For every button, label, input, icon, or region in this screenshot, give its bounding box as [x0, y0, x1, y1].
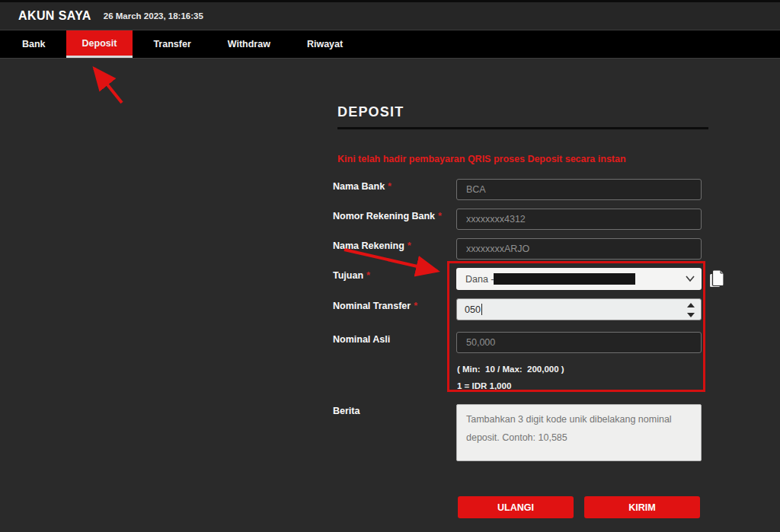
- annotation-arrow-deposit-tab: [84, 61, 131, 108]
- main-nav: Bank Deposit Transfer Withdraw Riwayat: [0, 30, 780, 59]
- tab-bank[interactable]: Bank: [6, 30, 62, 58]
- nominal-transfer-label: Nominal Transfer*: [333, 301, 417, 311]
- page-title: AKUN SAYA: [18, 9, 91, 23]
- nomor-rekening-input[interactable]: [456, 209, 702, 230]
- berita-textarea[interactable]: [456, 404, 702, 461]
- chevron-down-icon: [685, 273, 695, 284]
- tab-transfer[interactable]: Transfer: [137, 30, 206, 58]
- text-cursor: [481, 304, 482, 315]
- deposit-page: AKUN SAYA 26 March 2023, 18:16:35 Bank D…: [0, 0, 780, 532]
- top-bar: AKUN SAYA 26 March 2023, 18:16:35: [0, 0, 780, 30]
- copy-icon[interactable]: [708, 268, 726, 291]
- tab-withdraw[interactable]: Withdraw: [212, 30, 286, 58]
- qris-notice: Kini telah hadir pembayaran QRIS proses …: [337, 154, 626, 164]
- nominal-asli-input[interactable]: [456, 332, 702, 353]
- required-mark: *: [438, 211, 442, 221]
- nama-rekening-label: Nama Rekening*: [333, 241, 411, 251]
- nama-bank-label: Nama Bank*: [333, 181, 392, 192]
- tujuan-select[interactable]: Dana -: [456, 268, 702, 290]
- nominal-asli-label: Nominal Asli: [333, 334, 390, 345]
- ulangi-button[interactable]: ULANGI: [458, 496, 574, 518]
- required-mark: *: [366, 270, 370, 281]
- number-stepper[interactable]: [686, 303, 695, 317]
- nama-bank-input[interactable]: [456, 179, 702, 200]
- tujuan-selected-value: Dana -: [465, 274, 494, 285]
- tab-riwayat[interactable]: Riwayat: [291, 30, 359, 58]
- datetime-display: 26 March 2023, 18:16:35: [104, 11, 203, 21]
- kirim-button[interactable]: KIRIM: [584, 496, 700, 518]
- stepper-down-icon[interactable]: [687, 313, 695, 317]
- stepper-up-icon[interactable]: [687, 303, 695, 307]
- nominal-transfer-value: 050: [465, 304, 481, 315]
- tab-deposit[interactable]: Deposit: [66, 30, 133, 58]
- nomor-rekening-label: Nomor Rekening Bank*: [333, 211, 442, 221]
- nominal-transfer-input[interactable]: 050: [456, 298, 702, 320]
- required-mark: *: [408, 241, 411, 251]
- min-max-hint: ( Min: 10 / Max: 200,000 ): [457, 365, 564, 374]
- tujuan-label: Tujuan*: [333, 270, 370, 281]
- rate-hint: 1 = IDR 1,000: [457, 381, 511, 390]
- nama-rekening-input[interactable]: [456, 238, 702, 260]
- deposit-heading: DEPOSIT: [337, 104, 404, 120]
- heading-underline: [337, 127, 708, 129]
- required-mark: *: [414, 301, 417, 311]
- redaction-bar: [494, 273, 635, 285]
- berita-label: Berita: [333, 406, 360, 416]
- required-mark: *: [388, 181, 392, 192]
